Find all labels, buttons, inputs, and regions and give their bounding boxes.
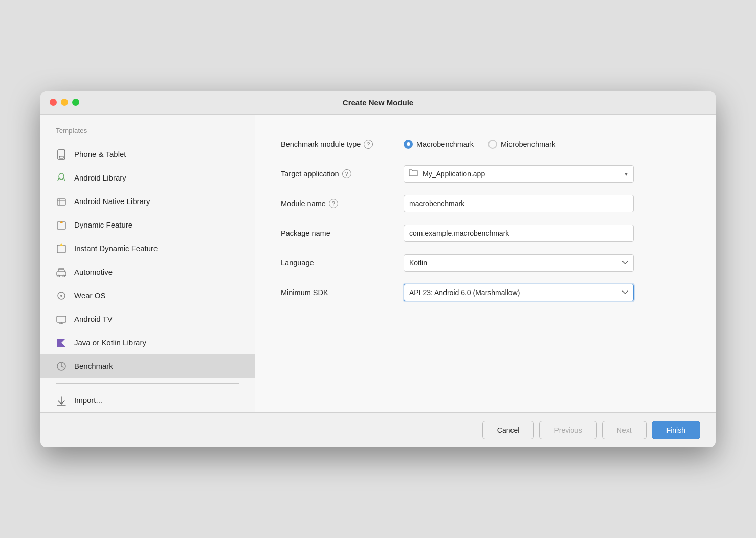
benchmark-module-type-radios: Macrobenchmark Microbenchmark (404, 140, 555, 149)
sidebar-item-wear-os-label: Wear OS (74, 291, 105, 300)
instant-dynamic-feature-icon (56, 243, 67, 254)
module-name-input[interactable] (404, 195, 634, 212)
package-name-label: Package name (281, 229, 404, 237)
benchmark-module-type-label: Benchmark module type ? (281, 140, 404, 149)
sidebar-item-import[interactable]: Import... (40, 389, 255, 412)
dialog-title: Create New Module (343, 98, 413, 107)
maximize-button[interactable] (72, 99, 79, 106)
target-application-row: Target application ? My_Application.app … (281, 165, 690, 183)
phone-tablet-icon (56, 149, 67, 160)
sidebar-item-android-native-library[interactable]: Android Native Library (40, 190, 255, 213)
kotlin-library-icon (56, 337, 67, 348)
minimum-sdk-label: Minimum SDK (281, 288, 404, 297)
dynamic-feature-icon (56, 219, 67, 231)
svg-marker-20 (57, 339, 65, 347)
target-application-select[interactable]: My_Application.app (404, 165, 634, 183)
microbenchmark-radio[interactable]: Microbenchmark (488, 140, 555, 149)
import-icon (56, 395, 67, 406)
minimum-sdk-row: Minimum SDK API 23: Android 6.0 (Marshma… (281, 283, 690, 302)
sidebar-item-import-label: Import... (74, 396, 102, 405)
sidebar-item-android-library[interactable]: Android Library (40, 166, 255, 190)
svg-rect-0 (58, 150, 65, 159)
language-row: Language Kotlin Java (281, 254, 690, 272)
svg-line-3 (58, 178, 59, 181)
cancel-button[interactable]: Cancel (482, 421, 535, 439)
sidebar-item-kotlin-library-label: Java or Kotlin Library (74, 338, 146, 347)
module-name-row: Module name ? (281, 194, 690, 213)
main-content: Benchmark module type ? Macrobenchmark M… (255, 115, 716, 412)
svg-rect-17 (57, 316, 66, 322)
title-bar: Create New Module (40, 91, 716, 115)
sidebar-item-wear-os[interactable]: Wear OS (40, 284, 255, 307)
dialog-footer: Cancel Previous Next Finish (40, 412, 716, 447)
sidebar-item-android-tv[interactable]: Android TV (40, 307, 255, 331)
sidebar-item-android-native-library-label: Android Native Library (74, 197, 150, 206)
module-name-label: Module name ? (281, 199, 404, 208)
svg-rect-10 (57, 245, 65, 253)
macrobenchmark-label: Macrobenchmark (416, 140, 474, 148)
module-name-help[interactable]: ? (329, 199, 338, 208)
window-controls (50, 99, 79, 106)
minimize-button[interactable] (61, 99, 68, 106)
minimum-sdk-select[interactable]: API 23: Android 6.0 (Marshmallow) API 24… (404, 284, 634, 301)
macrobenchmark-radio[interactable]: Macrobenchmark (404, 140, 474, 149)
svg-point-16 (60, 295, 62, 297)
create-new-module-dialog: Create New Module Templates Phone & Tabl… (40, 91, 716, 447)
sidebar-item-automotive-label: Automotive (74, 267, 113, 276)
language-label: Language (281, 259, 404, 267)
benchmark-module-type-row: Benchmark module type ? Macrobenchmark M… (281, 135, 690, 153)
sidebar-item-automotive[interactable]: Automotive (40, 260, 255, 284)
sidebar-item-benchmark-label: Benchmark (74, 362, 113, 370)
microbenchmark-label: Microbenchmark (501, 140, 555, 148)
benchmark-icon (56, 361, 67, 372)
sidebar-item-dynamic-feature[interactable]: Dynamic Feature (40, 213, 255, 237)
automotive-icon (56, 266, 67, 278)
previous-button[interactable]: Previous (539, 421, 596, 439)
target-application-help[interactable]: ? (342, 169, 351, 178)
microbenchmark-radio-circle (488, 140, 497, 149)
package-name-input[interactable] (404, 225, 634, 242)
sidebar-item-android-tv-label: Android TV (74, 315, 113, 323)
close-button[interactable] (50, 99, 57, 106)
sidebar: Templates Phone & Tablet Android Library… (40, 115, 255, 412)
sidebar-item-dynamic-feature-label: Dynamic Feature (74, 220, 132, 229)
wear-os-icon (56, 290, 67, 301)
sidebar-item-phone-tablet-label: Phone & Tablet (74, 150, 126, 159)
android-tv-icon (56, 313, 67, 325)
svg-rect-1 (59, 156, 63, 158)
svg-point-2 (59, 173, 64, 180)
sidebar-item-android-library-label: Android Library (74, 173, 126, 182)
next-button[interactable]: Next (602, 421, 647, 439)
dialog-body: Templates Phone & Tablet Android Library… (40, 115, 716, 412)
svg-line-4 (64, 178, 65, 181)
benchmark-module-type-help[interactable]: ? (364, 140, 373, 149)
macrobenchmark-radio-circle (404, 140, 413, 149)
android-library-icon (56, 172, 67, 184)
android-native-library-icon (56, 196, 67, 207)
language-select[interactable]: Kotlin Java (404, 254, 634, 272)
sidebar-item-instant-dynamic-feature-label: Instant Dynamic Feature (74, 244, 158, 253)
sidebar-header: Templates (40, 127, 255, 143)
sidebar-item-phone-tablet[interactable]: Phone & Tablet (40, 143, 255, 166)
sidebar-item-kotlin-library[interactable]: Java or Kotlin Library (40, 331, 255, 354)
sidebar-item-instant-dynamic-feature[interactable]: Instant Dynamic Feature (40, 237, 255, 260)
target-application-select-wrapper: My_Application.app ▼ (404, 165, 634, 183)
svg-rect-8 (57, 222, 65, 229)
package-name-row: Package name (281, 224, 690, 242)
svg-rect-5 (57, 199, 65, 205)
target-application-label: Target application ? (281, 169, 404, 178)
svg-marker-11 (59, 243, 63, 246)
sidebar-item-benchmark[interactable]: Benchmark (40, 354, 255, 378)
sidebar-divider (56, 383, 239, 384)
finish-button[interactable]: Finish (652, 421, 700, 439)
